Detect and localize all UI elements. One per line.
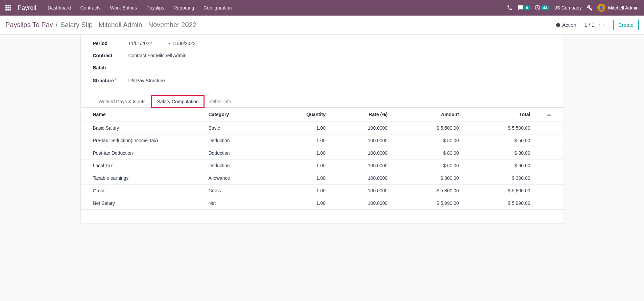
nav-payslips[interactable]: Payslips — [142, 1, 169, 15]
action-button[interactable]: Action — [555, 22, 576, 28]
cell-total: $ 300.00 — [471, 172, 542, 184]
field-period: Period 11/01/2022 - 11/30/2022 — [93, 37, 551, 49]
period-to: - 11/30/2022 — [169, 41, 196, 46]
activities-icon[interactable]: 43 — [534, 5, 549, 11]
voip-icon[interactable] — [507, 5, 513, 11]
table-row[interactable]: Local Tax Deduction 1.00 100.0000 $ 60.0… — [81, 159, 564, 172]
cell-rate: 100.0000 — [338, 197, 400, 209]
salary-table: Name Category Quantity Rate (%) Amount T… — [81, 108, 564, 210]
cell-quantity: 1.00 — [276, 159, 338, 172]
cell-category: Basic — [204, 122, 276, 134]
nav-contracts[interactable]: Contracts — [76, 1, 105, 15]
table-row[interactable]: Pre-tax Deduction(Income Tax) Deduction … — [81, 134, 564, 147]
tab-worked-days[interactable]: Worked Days & Inputs — [93, 95, 151, 108]
table-row[interactable]: Post-tax Deduction Deduction 1.00 100.00… — [81, 147, 564, 159]
th-rate[interactable]: Rate (%) — [338, 108, 400, 122]
cell-quantity: 1.00 — [276, 197, 338, 209]
user-menu[interactable]: 👤 Mitchell Admin — [597, 4, 639, 12]
cell-category: Deduction — [204, 147, 276, 159]
cell-category: Allowance — [204, 172, 276, 184]
cell-quantity: 1.00 — [276, 147, 338, 159]
pager-prev-icon[interactable]: ‹ — [598, 21, 600, 28]
cell-name: Taxable earnings — [81, 172, 205, 184]
cell-rate: 100.0000 — [338, 172, 400, 184]
tools-icon[interactable] — [587, 5, 593, 11]
breadcrumb-link[interactable]: Payslips To Pay — [5, 21, 53, 29]
cell-amount: $ 60.00 — [400, 159, 471, 172]
pager-next-icon[interactable]: › — [603, 21, 605, 28]
breadcrumb: Payslips To Pay / Salary Slip - Mitchell… — [5, 21, 196, 29]
table-row[interactable]: Gross Gross 1.00 100.0000 $ 5,800.00 $ 5… — [81, 184, 564, 197]
field-label-batch: Batch — [93, 65, 128, 70]
form-sheet: Period 11/01/2022 - 11/30/2022 Contract … — [80, 35, 564, 223]
messages-badge: 9 — [524, 5, 530, 10]
cell-total: $ 5,990.00 — [471, 197, 542, 209]
cell-total: $ 5,800.00 — [471, 184, 542, 197]
cell-total: $ 80.00 — [471, 147, 542, 159]
navbar-right: 9 43 US Company 👤 Mitchell Admin — [507, 4, 641, 12]
th-quantity[interactable]: Quantity — [276, 108, 338, 122]
table-row[interactable]: Net Salary Net 1.00 100.0000 $ 5,990.00 … — [81, 197, 564, 209]
cell-amount: $ 300.00 — [400, 172, 471, 184]
tab-salary-computation[interactable]: Salary Computation — [151, 95, 205, 108]
breadcrumb-separator: / — [56, 21, 58, 29]
th-amount[interactable]: Amount — [400, 108, 471, 122]
tab-other-info[interactable]: Other Info — [204, 95, 237, 108]
apps-icon[interactable] — [3, 2, 14, 13]
tabs: Worked Days & Inputs Salary Computation … — [81, 95, 564, 108]
cell-category: Net — [204, 197, 276, 209]
cell-name: Basic Salary — [81, 122, 205, 134]
cell-rate: 100.0000 — [338, 184, 400, 197]
th-name[interactable]: Name — [81, 108, 205, 122]
cell-name: Pre-tax Deduction(Income Tax) — [81, 134, 205, 147]
field-label-period: Period — [93, 41, 128, 46]
nav-work-entries[interactable]: Work Entries — [105, 1, 142, 15]
activities-badge: 43 — [541, 5, 549, 10]
cell-name: Local Tax — [81, 159, 205, 172]
cell-total: $ 5,500.00 — [471, 122, 542, 134]
cell-rate: 100.0000 — [338, 159, 400, 172]
breadcrumb-current: Salary Slip - Mitchell Admin - November … — [60, 21, 196, 29]
gear-icon — [555, 22, 561, 28]
field-label-structure: Structure? — [93, 77, 128, 83]
th-category[interactable]: Category — [204, 108, 276, 122]
table-footer — [81, 210, 564, 223]
company-selector[interactable]: US Company — [553, 5, 581, 10]
cell-quantity: 1.00 — [276, 184, 338, 197]
period-from: 11/01/2022 — [128, 41, 152, 46]
cell-category: Gross — [204, 184, 276, 197]
control-right: Action 1 / 1 ‹ › Create — [555, 20, 639, 30]
form-fields: Period 11/01/2022 - 11/30/2022 Contract … — [81, 35, 564, 95]
field-label-contract: Contract — [93, 53, 128, 58]
pager-value[interactable]: 1 / 1 — [585, 22, 594, 28]
messages-icon[interactable]: 9 — [518, 5, 530, 11]
th-total[interactable]: Total — [471, 108, 542, 122]
cell-category: Deduction — [204, 134, 276, 147]
contract-value: Contract For Mitchell Admin — [128, 53, 187, 58]
cell-amount: $ 50.00 — [400, 134, 471, 147]
nav-configuration[interactable]: Configuration — [199, 1, 236, 15]
cell-category: Deduction — [204, 159, 276, 172]
cell-rate: 100.0000 — [338, 134, 400, 147]
settings-icon[interactable] — [547, 112, 551, 117]
nav-menu: Dashboard Contracts Work Entries Payslip… — [43, 1, 236, 15]
structure-value: US Pay Structure — [128, 78, 165, 83]
cell-amount: $ 80.00 — [400, 147, 471, 159]
cell-quantity: 1.00 — [276, 134, 338, 147]
nav-reporting[interactable]: Reporting — [169, 1, 199, 15]
nav-dashboard[interactable]: Dashboard — [43, 1, 76, 15]
pager: 1 / 1 ‹ › — [585, 21, 605, 28]
cell-total: $ 50.00 — [471, 134, 542, 147]
table-row[interactable]: Taxable earnings Allowance 1.00 100.0000… — [81, 172, 564, 184]
th-settings[interactable] — [543, 108, 564, 122]
cell-rate: 100.0000 — [338, 122, 400, 134]
navbar-left: Payroll Dashboard Contracts Work Entries… — [3, 1, 236, 15]
table-row[interactable]: Basic Salary Basic 1.00 100.0000 $ 5,500… — [81, 122, 564, 134]
cell-quantity: 1.00 — [276, 172, 338, 184]
field-batch: Batch — [93, 62, 551, 74]
cell-amount: $ 5,800.00 — [400, 184, 471, 197]
brand[interactable]: Payroll — [15, 4, 42, 12]
navbar: Payroll Dashboard Contracts Work Entries… — [0, 0, 644, 16]
help-icon[interactable]: ? — [115, 77, 117, 81]
create-button[interactable]: Create — [613, 20, 639, 30]
